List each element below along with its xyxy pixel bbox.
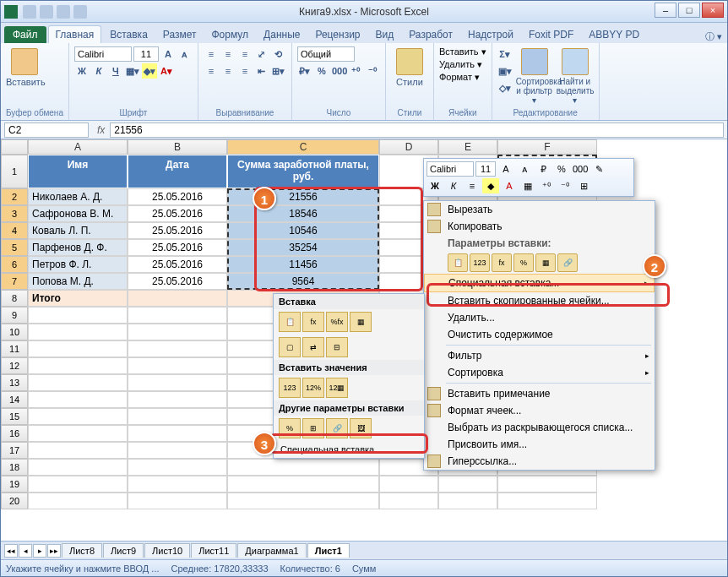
mini-inc-dec-icon[interactable]: ⁺⁰: [538, 178, 555, 193]
percent-icon[interactable]: %: [314, 63, 329, 79]
styles-button[interactable]: Стили: [391, 46, 428, 87]
underline-button[interactable]: Ч: [108, 63, 123, 79]
row-2[interactable]: 2: [1, 188, 28, 205]
tab-nav-last[interactable]: ▸▸: [47, 544, 61, 558]
tab-insert[interactable]: Вставка: [103, 26, 155, 43]
cells-delete-button[interactable]: Удалить ▾: [439, 59, 486, 70]
cell-salary[interactable]: 21556: [227, 188, 379, 205]
col-A[interactable]: A: [28, 139, 128, 155]
cells-insert-button[interactable]: Вставить ▾: [439, 46, 486, 57]
tab-developer[interactable]: Разработ: [402, 26, 459, 43]
bold-button[interactable]: Ж: [74, 63, 90, 79]
minimize-button[interactable]: –: [655, 3, 676, 18]
grow-font-icon[interactable]: A: [160, 46, 176, 62]
sort-filter-button[interactable]: Сортировка и фильтр ▾: [516, 46, 553, 105]
cell-name[interactable]: Николаев А. Д.: [28, 188, 128, 205]
fill-color-button[interactable]: ◆▾: [142, 63, 157, 79]
number-format[interactable]: Общий: [297, 46, 355, 62]
sm-values-icons[interactable]: 12312%12▦: [274, 375, 424, 400]
cell-name[interactable]: Попова М. Д.: [28, 273, 128, 290]
col-F[interactable]: F: [497, 139, 597, 155]
tab-foxit[interactable]: Foxit PDF: [522, 26, 580, 43]
sheet-tab[interactable]: Лист10: [144, 543, 190, 558]
tab-nav-first[interactable]: ◂◂: [4, 544, 18, 558]
mini-toolbar[interactable]: Calibri 11 A ᴀ ₽ % 000 ✎ Ж К ≡ ◆ A ▦ ⁺⁰ …: [423, 158, 634, 197]
indent-dec-icon[interactable]: ⇤: [254, 63, 269, 79]
align-bottom-icon[interactable]: ≡: [237, 46, 253, 62]
cell-salary[interactable]: 11456: [227, 256, 379, 273]
mini-grow-icon[interactable]: A: [497, 161, 514, 177]
orientation-icon[interactable]: ⤢: [254, 46, 269, 62]
row-6[interactable]: 6: [1, 256, 28, 273]
mini-border-icon[interactable]: ▦: [519, 178, 536, 193]
ctx-paste-options[interactable]: 📋123fx%▦🔗: [424, 252, 655, 274]
italic-button[interactable]: К: [91, 63, 106, 79]
sheet-tab[interactable]: Диаграмма1: [237, 543, 306, 558]
row-7[interactable]: 7: [1, 273, 28, 290]
fill-icon[interactable]: ▣▾: [497, 63, 513, 79]
cell-salary[interactable]: 10546: [227, 222, 379, 239]
ctx-define-name[interactable]: Присвоить имя...: [424, 436, 655, 453]
cell-salary[interactable]: 35254: [227, 239, 379, 256]
cell-salary[interactable]: 9564: [227, 273, 379, 290]
col-D[interactable]: D: [379, 139, 438, 155]
row-17[interactable]: 17: [1, 442, 28, 459]
border-button[interactable]: ▦▾: [125, 63, 140, 79]
shrink-font-icon[interactable]: ᴀ: [177, 46, 193, 62]
header-salary[interactable]: Сумма заработной платы, руб.: [227, 155, 379, 188]
row-3[interactable]: 3: [1, 205, 28, 222]
align-left-icon[interactable]: ≡: [204, 63, 219, 79]
total-label[interactable]: Итого: [28, 290, 128, 307]
name-box[interactable]: C2: [4, 122, 89, 138]
currency-icon[interactable]: ₽▾: [297, 63, 312, 79]
cells-format-button[interactable]: Формат ▾: [439, 72, 486, 83]
ctx-format-cells[interactable]: Формат ячеек...: [424, 402, 655, 419]
col-E[interactable]: E: [438, 139, 497, 155]
row-8[interactable]: 8: [1, 290, 28, 307]
comma-icon[interactable]: 000: [331, 63, 346, 79]
tab-layout[interactable]: Размет: [156, 26, 204, 43]
cell-name[interactable]: Петров Ф. Л.: [28, 256, 128, 273]
row-14[interactable]: 14: [1, 391, 28, 408]
mini-dec-dec-icon[interactable]: ⁻⁰: [557, 178, 573, 193]
row-9[interactable]: 9: [1, 307, 28, 324]
merge-button[interactable]: ⊞▾: [271, 63, 286, 79]
quick-access-toolbar[interactable]: [23, 5, 87, 19]
sheet-tab[interactable]: Лист9: [103, 543, 144, 558]
tab-home[interactable]: Главная: [48, 25, 102, 43]
cell-salary[interactable]: 18546: [227, 205, 379, 222]
mini-format-painter-icon[interactable]: ✎: [590, 161, 607, 177]
ctx-comment[interactable]: Вставить примечание: [424, 385, 655, 402]
mini-merge-icon[interactable]: ⊞: [575, 178, 592, 193]
mini-italic[interactable]: К: [445, 178, 462, 193]
sheet-tab[interactable]: Лист8: [62, 543, 102, 558]
sm-paste-special-item[interactable]: Специальная вставка...: [274, 441, 424, 458]
formula-value[interactable]: 21556: [110, 122, 724, 138]
mini-comma-icon[interactable]: 000: [572, 161, 589, 177]
ribbon-help[interactable]: ⓘ ▾: [705, 30, 722, 43]
row-1[interactable]: 1: [1, 155, 28, 188]
tab-data[interactable]: Данные: [257, 26, 307, 43]
dec-decimal-icon[interactable]: ⁻⁰: [365, 63, 380, 79]
row-20[interactable]: 20: [1, 493, 28, 509]
ctx-clear[interactable]: Очистить содержимое: [424, 326, 655, 343]
maximize-button[interactable]: □: [678, 3, 700, 18]
tab-formulas[interactable]: Формул: [204, 26, 255, 43]
sm-paste-icons1[interactable]: 📋fx%fx▦: [274, 309, 424, 335]
ctx-delete[interactable]: Удалить...: [424, 309, 655, 326]
tab-review[interactable]: Рецензир: [308, 26, 367, 43]
row-5[interactable]: 5: [1, 239, 28, 256]
cell-date[interactable]: 25.05.2016: [128, 273, 227, 290]
paste-button[interactable]: Вставить: [6, 46, 43, 87]
ctx-filter[interactable]: Фильтр▸: [424, 347, 655, 364]
mini-size[interactable]: 11: [475, 161, 496, 177]
header-date[interactable]: Дата: [128, 155, 227, 188]
wrap-text-button[interactable]: ⟲: [271, 46, 286, 62]
ctx-cut[interactable]: Вырезать: [424, 201, 655, 218]
sheet-tab[interactable]: Лист11: [191, 543, 236, 558]
row-13[interactable]: 13: [1, 374, 28, 391]
align-center-icon[interactable]: ≡: [220, 63, 236, 79]
mini-shrink-icon[interactable]: ᴀ: [516, 161, 533, 177]
cell-name[interactable]: Парфенов Д. Ф.: [28, 239, 128, 256]
row-12[interactable]: 12: [1, 357, 28, 374]
